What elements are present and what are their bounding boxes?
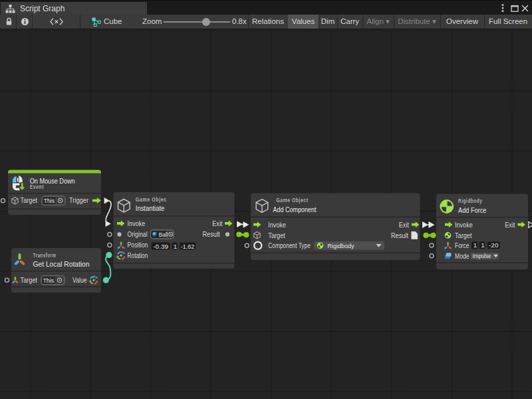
svg-text:1: 1 [174, 243, 177, 250]
svg-text:Target: Target [21, 277, 38, 284]
svg-text:Instantiate: Instantiate [136, 204, 165, 212]
svg-text:Game Objec: Game Objec [136, 196, 167, 203]
svg-text:Game Object: Game Object [277, 197, 309, 203]
svg-text:-20: -20 [489, 241, 499, 249]
svg-text:Component Type: Component Type [268, 242, 311, 249]
svg-text:Add Force: Add Force [458, 206, 487, 214]
svg-text:-1.62: -1.62 [181, 243, 195, 250]
svg-text:Trigger: Trigger [69, 197, 89, 204]
svg-text:Exit: Exit [212, 220, 222, 227]
svg-text:Event: Event [30, 184, 45, 190]
svg-text:Add Component: Add Component [273, 205, 317, 213]
svg-text:Ball: Ball [159, 231, 168, 238]
svg-text:Mode: Mode [455, 253, 469, 260]
svg-text:Impulse: Impulse [473, 252, 491, 259]
svg-text:Position: Position [128, 241, 148, 249]
svg-text:Target: Target [21, 197, 38, 204]
svg-text:Original: Original [128, 231, 148, 238]
svg-text:Rigidbody: Rigidbody [458, 198, 483, 204]
svg-text:Target: Target [268, 232, 285, 239]
svg-text:Exit: Exit [399, 221, 409, 229]
svg-text:Invoke: Invoke [268, 221, 286, 229]
svg-text:Get Local Rotation: Get Local Rotation [33, 260, 90, 268]
svg-text:Value: Value [72, 277, 87, 284]
svg-text:1: 1 [473, 241, 477, 249]
svg-text:Result: Result [203, 231, 220, 238]
svg-text:Rotation: Rotation [128, 252, 148, 259]
svg-text:Invoke: Invoke [128, 220, 146, 227]
svg-text:1: 1 [481, 241, 484, 249]
svg-text:This: This [43, 277, 54, 284]
svg-text:Target: Target [455, 232, 472, 239]
svg-text:Result: Result [391, 232, 408, 239]
svg-text:Invoke: Invoke [455, 221, 473, 229]
svg-text:-0.39: -0.39 [153, 243, 168, 250]
svg-text:Force: Force [455, 242, 469, 249]
svg-text:Rigidbody: Rigidbody [328, 242, 354, 249]
svg-text:This: This [44, 197, 55, 204]
svg-text:Transform: Transform [33, 252, 57, 259]
svg-text:Exit: Exit [505, 221, 515, 229]
